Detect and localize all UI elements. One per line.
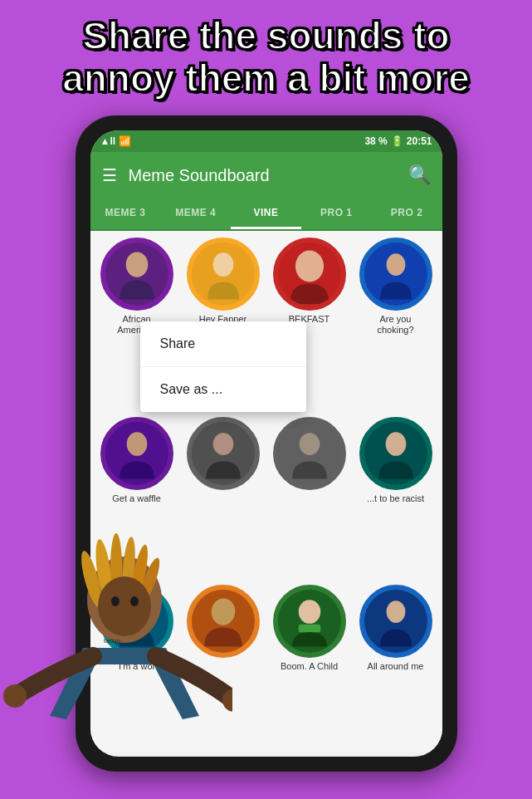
phone-body: ▲ll 📶 38 % 🔋 20:51 ☰ Meme Soundboard 🔍 M… xyxy=(76,115,457,772)
sound-button-all-around-me[interactable] xyxy=(359,585,432,658)
svg-point-7 xyxy=(386,253,405,276)
sound-label: Are youchoking? xyxy=(377,314,413,336)
signal-icon: ▲ll xyxy=(100,135,116,147)
app-title: Meme Soundboard xyxy=(129,166,397,185)
sound-button-african-american[interactable] xyxy=(100,238,173,311)
list-item: Boom. A Child xyxy=(270,585,349,746)
sound-button-row2-3[interactable] xyxy=(273,417,346,490)
svg-point-15 xyxy=(385,432,406,456)
phone-frame: ▲ll 📶 38 % 🔋 20:51 ☰ Meme Soundboard 🔍 M… xyxy=(0,115,532,772)
list-item: ...t to be racist xyxy=(356,417,436,578)
svg-point-21 xyxy=(298,600,320,624)
svg-point-1 xyxy=(125,252,148,277)
hamburger-icon[interactable]: ☰ xyxy=(102,165,117,185)
headline: Share the sounds to annoy them a bit mor… xyxy=(0,0,532,107)
list-item xyxy=(183,585,263,746)
svg-point-5 xyxy=(295,251,323,282)
sound-label: Boom. A Child xyxy=(281,661,338,672)
sound-button-are-you-choking[interactable] xyxy=(359,238,432,311)
tab-meme4[interactable]: MEME 4 xyxy=(160,199,231,229)
app-bar: ☰ Meme Soundboard 🔍 xyxy=(90,152,442,199)
list-item xyxy=(183,417,263,578)
context-menu-share[interactable]: Share xyxy=(140,321,306,367)
phone-screen: ▲ll 📶 38 % 🔋 20:51 ☰ Meme Soundboard 🔍 M… xyxy=(90,130,442,757)
sound-button-boom-child[interactable] xyxy=(273,585,346,658)
sound-button-hey-fapper[interactable] xyxy=(187,238,260,311)
sound-button-bekfast[interactable] xyxy=(273,238,346,311)
status-right: 38 % 🔋 20:51 xyxy=(364,135,432,147)
svg-point-9 xyxy=(126,432,147,456)
status-left: ▲ll 📶 xyxy=(100,135,132,147)
context-menu: Share Save as ... xyxy=(140,321,306,412)
tab-vine[interactable]: VINE xyxy=(231,199,301,229)
sound-button-im-a-wolf[interactable] xyxy=(100,585,173,658)
sound-button-row2-2[interactable] xyxy=(187,417,260,490)
sound-button-not-racist[interactable] xyxy=(359,417,432,490)
sound-label: All around me xyxy=(368,661,424,672)
svg-point-24 xyxy=(386,600,405,623)
list-item: Get a waffle xyxy=(97,417,177,578)
tab-meme3[interactable]: MEME 3 xyxy=(90,199,161,229)
svg-rect-22 xyxy=(298,625,320,633)
svg-point-17 xyxy=(126,600,147,624)
sound-label: I'm a wol xyxy=(119,661,154,672)
list-item xyxy=(270,417,349,578)
svg-point-3 xyxy=(212,253,233,277)
svg-point-13 xyxy=(299,433,320,455)
list-item: I'm a wol xyxy=(97,585,177,746)
list-item: Are youchoking? xyxy=(356,238,436,409)
sound-grid: AfricanAmerican Hey FapperFapper xyxy=(90,231,442,752)
sound-label: ...t to be racist xyxy=(367,493,424,504)
tab-pro2[interactable]: PRO 2 xyxy=(372,199,442,229)
search-icon[interactable]: 🔍 xyxy=(408,164,431,186)
svg-point-11 xyxy=(212,433,233,455)
sound-button-row3-2[interactable] xyxy=(187,585,260,658)
tab-pro1[interactable]: PRO 1 xyxy=(301,199,372,229)
sound-button-get-a-waffle[interactable] xyxy=(100,417,173,490)
battery-icon: 🔋 xyxy=(391,135,403,147)
tab-bar: MEME 3 MEME 4 VINE PRO 1 PRO 2 xyxy=(90,199,442,231)
time-display: 20:51 xyxy=(407,135,432,147)
battery-percent: 38 % xyxy=(364,135,387,147)
status-bar: ▲ll 📶 38 % 🔋 20:51 xyxy=(90,130,442,152)
list-item: All around me xyxy=(356,585,436,746)
sound-label: Get a waffle xyxy=(112,493,161,504)
wifi-icon: 📶 xyxy=(119,135,131,147)
context-menu-save-as[interactable]: Save as ... xyxy=(140,367,306,412)
